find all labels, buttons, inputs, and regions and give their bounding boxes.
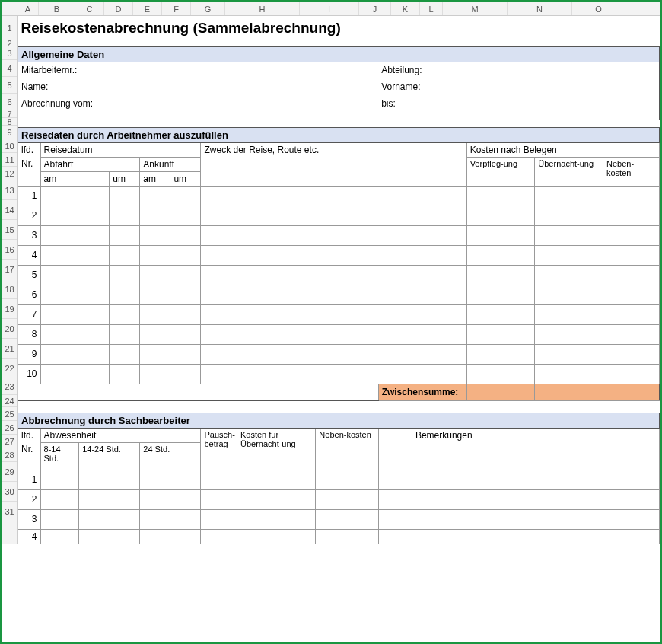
label-vorname: Vorname: xyxy=(378,78,442,95)
label-abteilung: Abteilung: xyxy=(378,62,442,78)
subtotal-nebenkosten[interactable] xyxy=(603,384,659,400)
section-processing-heading: Abbrechnung durch Sachbearbeiter xyxy=(18,413,660,428)
travel-row: 10 xyxy=(18,364,660,384)
processing-row: 2 xyxy=(18,489,660,509)
hdr3-lfd: lfd. xyxy=(18,428,41,442)
hdr-reisedatum: Reisedatum xyxy=(40,142,201,157)
hdr-abfahrt-um: um xyxy=(110,171,140,186)
processing-row: 1 xyxy=(18,470,660,489)
input-vorname[interactable] xyxy=(443,78,660,95)
input-bis[interactable] xyxy=(443,95,660,112)
label-name: Name: xyxy=(18,78,110,95)
section-travel-data-heading: Reisedaten durch Arbeitnehmer auszufülle… xyxy=(18,127,660,142)
hdr3-kosten-uebernacht: Kosten für Übernacht-ung xyxy=(237,428,315,470)
hdr-abfahrt-am: am xyxy=(40,171,110,186)
hdr-ankunft: Ankunft xyxy=(140,157,201,171)
hdr3-pauschbetrag: Pausch-betrag xyxy=(201,428,237,470)
subtotal-label: Zwischensumme: xyxy=(378,384,466,400)
hdr-uebernachtung: Übernacht-ung xyxy=(535,157,603,186)
hdr3-nebenkosten: Neben-kosten xyxy=(316,428,378,470)
travel-row: 8 xyxy=(18,324,660,344)
section-general-data-heading: Allgemeine Daten xyxy=(18,46,660,62)
hdr-zweck: Zweck der Reise, Route etc. xyxy=(201,142,466,186)
input-name[interactable] xyxy=(110,78,316,95)
hdr-abfahrt: Abfahrt xyxy=(40,157,140,171)
hdr-nebenkosten: Neben-kosten xyxy=(603,157,659,186)
input-mitarbeiter[interactable] xyxy=(110,62,316,78)
hdr3-nr: Nr. xyxy=(18,442,41,470)
travel-row: 6 xyxy=(18,285,660,304)
subtotal-uebernachtung[interactable] xyxy=(535,384,603,400)
row-headers: 1234567891011121314151617181920212223242… xyxy=(2,16,18,544)
hdr-kosten-belegen: Kosten nach Belegen xyxy=(466,142,659,157)
column-headers: ABCDEFGHIJKLMNO xyxy=(2,2,660,16)
subtotal-verpflegung[interactable] xyxy=(466,384,535,400)
processing-row: 3 xyxy=(18,509,660,529)
label-bis: bis: xyxy=(378,95,442,112)
travel-row: 7 xyxy=(18,304,660,324)
travel-row: 5 xyxy=(18,265,660,285)
hdr3-bemerkungen: Bemerkungen xyxy=(412,428,659,470)
hdr-nr: Nr. xyxy=(18,157,41,186)
input-abteilung[interactable] xyxy=(443,62,660,78)
input-abrechnung-vom[interactable] xyxy=(110,95,316,112)
hdr3-abwesenheit: Abwesenheit xyxy=(40,428,201,442)
hdr3-24: 24 Std. xyxy=(140,442,201,470)
hdr-verpflegung: Verpfleg-ung xyxy=(466,157,535,186)
hdr3-14-24: 14-24 Std. xyxy=(79,442,140,470)
hdr-lfd: lfd. xyxy=(18,142,41,157)
travel-row: 4 xyxy=(18,245,660,265)
travel-row: 3 xyxy=(18,225,660,245)
spreadsheet-grid[interactable]: Reisekostenabrechnung (Sammelabrechnung)… xyxy=(18,16,660,544)
document-title: Reisekostenabrechnung (Sammelabrechnung) xyxy=(18,16,660,40)
travel-row: 1 xyxy=(18,186,660,206)
hdr-ankunft-am: am xyxy=(140,171,170,186)
label-mitarbeiter: Mitarbeiternr.: xyxy=(18,62,110,78)
hdr3-8-14: 8-14 Std. xyxy=(40,442,79,470)
travel-row: 9 xyxy=(18,344,660,364)
hdr-ankunft-um: um xyxy=(170,171,201,186)
processing-row: 4 xyxy=(18,529,660,544)
label-abrechnung-vom: Abrechnung vom: xyxy=(18,95,110,112)
travel-row: 2 xyxy=(18,206,660,225)
